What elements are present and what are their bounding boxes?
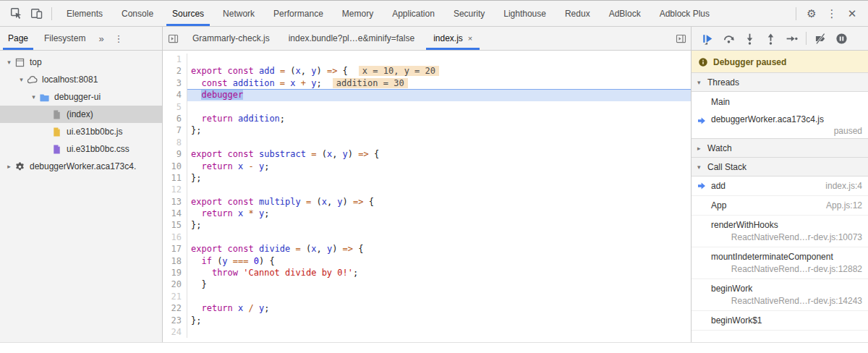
line-content[interactable]: debugger	[187, 89, 691, 101]
line-content[interactable]: throw 'Cannot divide by 0!';	[187, 267, 691, 278]
tree-expander-icon[interactable]: ▾	[4, 59, 14, 66]
tree-expander-icon[interactable]: ▾	[17, 76, 26, 83]
editor-tab-index-bundle-pl-e-minify-false[interactable]: index.bundle?pl…e&minify=false	[279, 27, 424, 50]
tree-item-localhost-8081[interactable]: ▾localhost:8081	[0, 71, 162, 88]
close-devtools-icon[interactable]: ✕	[842, 4, 862, 24]
line-number[interactable]: 10	[163, 161, 187, 172]
line-content[interactable]: };	[187, 315, 691, 326]
editor-tab-grammarly-check-js[interactable]: Grammarly-check.js	[183, 27, 279, 50]
tab-adblock[interactable]: AdBlock	[600, 1, 650, 26]
watch-section-header[interactable]: ▸ Watch	[692, 138, 868, 158]
line-content[interactable]: export const add = (x, y) => {x = 10, y …	[187, 65, 691, 77]
tab-application[interactable]: Application	[383, 1, 444, 26]
line-content[interactable]: };	[187, 124, 691, 136]
line-number[interactable]: 19	[163, 267, 187, 278]
line-number[interactable]: 18	[163, 255, 187, 267]
tree-item-ui-e31bb0bc-css[interactable]: ui.e31bb0bc.css	[0, 140, 162, 158]
tab-console[interactable]: Console	[112, 1, 163, 26]
line-content[interactable]: export const substract = (x, y) => {	[187, 148, 691, 160]
show-debugger-pane-icon[interactable]	[671, 28, 691, 48]
line-number[interactable]: 24	[163, 326, 187, 338]
tree-expander-icon[interactable]: ▾	[29, 93, 38, 101]
line-number[interactable]: 9	[163, 148, 187, 160]
line-number[interactable]: 7	[163, 124, 187, 136]
settings-gear-icon[interactable]: ⚙	[801, 4, 822, 24]
more-options-icon[interactable]: ⋮	[822, 4, 842, 24]
pause-on-exceptions-button[interactable]	[831, 28, 852, 48]
tab-redux[interactable]: Redux	[556, 1, 600, 26]
line-content[interactable]	[187, 54, 691, 65]
tree-item-debuggerworker-aca173c4[interactable]: ▸debuggerWorker.aca173c4.	[0, 158, 162, 175]
line-content[interactable]: if (y === 0) {	[187, 255, 691, 267]
line-content[interactable]: export const divide = (x, y) => {	[187, 243, 691, 255]
line-content[interactable]: return x / y;	[187, 302, 691, 314]
step-into-button[interactable]	[739, 28, 760, 48]
call-stack-frame-beginwork[interactable]: beginWorkReactNativeRend…r-dev.js:14243	[692, 279, 868, 311]
tab-sources[interactable]: Sources	[163, 1, 213, 26]
line-content[interactable]	[187, 137, 691, 148]
editor-tab-index-js[interactable]: index.js×	[424, 27, 482, 50]
step-out-button[interactable]	[760, 28, 781, 48]
line-content[interactable]	[187, 291, 691, 302]
call-stack-frame-mountindeterminatecomponent[interactable]: mountIndeterminateComponentReactNativeRe…	[692, 247, 868, 279]
tree-item-index[interactable]: (index)	[0, 106, 162, 123]
line-content[interactable]	[187, 184, 691, 195]
line-number[interactable]: 12	[163, 184, 187, 195]
device-toolbar-icon[interactable]	[26, 4, 46, 24]
source-editor[interactable]: 12export const add = (x, y) => {x = 10, …	[163, 51, 691, 342]
close-tab-icon[interactable]: ×	[468, 34, 472, 43]
tab-adblock-plus[interactable]: Adblock Plus	[650, 1, 719, 26]
tree-expander-collapsed-icon[interactable]: ▸	[4, 163, 14, 170]
line-content[interactable]: return x - y;	[187, 161, 691, 172]
navigator-tab-page[interactable]: Page	[0, 27, 36, 50]
navigator-tab-filesystem[interactable]: Filesystem	[36, 27, 93, 50]
line-number[interactable]: 23	[163, 315, 187, 326]
tab-network[interactable]: Network	[213, 1, 264, 26]
line-content[interactable]: const addition = x + y;addition = 30	[187, 77, 691, 89]
line-number[interactable]: 4	[163, 89, 187, 101]
thread-item-main[interactable]: Main	[692, 92, 868, 111]
threads-section-header[interactable]: ▾ Threads	[692, 72, 868, 92]
line-content[interactable]: export const multiply = (x, y) => {	[187, 196, 691, 208]
tab-performance[interactable]: Performance	[264, 1, 333, 26]
line-number[interactable]: 11	[163, 172, 187, 184]
tab-security[interactable]: Security	[444, 1, 494, 26]
tab-memory[interactable]: Memory	[333, 1, 383, 26]
hide-navigator-icon[interactable]	[163, 28, 183, 48]
line-number[interactable]: 13	[163, 196, 187, 208]
resume-button[interactable]	[697, 28, 718, 48]
line-content[interactable]: };	[187, 219, 691, 231]
line-number[interactable]: 20	[163, 278, 187, 290]
line-number[interactable]: 17	[163, 243, 187, 255]
line-content[interactable]	[187, 101, 691, 113]
step-over-button[interactable]	[718, 28, 739, 48]
line-number[interactable]: 1	[163, 54, 187, 65]
call-stack-frame-add[interactable]: addindex.js:4	[692, 176, 868, 196]
line-content[interactable]	[187, 326, 691, 338]
line-number[interactable]: 21	[163, 291, 187, 302]
tree-item-debugger-ui[interactable]: ▾debugger-ui	[0, 88, 162, 106]
inspect-element-icon[interactable]	[6, 4, 26, 24]
line-number[interactable]: 3	[163, 77, 187, 89]
line-number[interactable]: 22	[163, 302, 187, 314]
more-tabs-chevron-icon[interactable]: »	[93, 33, 109, 44]
tree-item-top[interactable]: ▾top	[0, 54, 162, 71]
line-number[interactable]: 14	[163, 208, 187, 219]
call-stack-frame-app[interactable]: AppApp.js:12	[692, 196, 868, 216]
step-button[interactable]	[781, 28, 802, 48]
navigator-menu-icon[interactable]: ⋮	[109, 33, 129, 44]
line-content[interactable]	[187, 231, 691, 243]
deactivate-breakpoints-button[interactable]	[810, 28, 831, 48]
call-stack-frame-renderwithhooks[interactable]: renderWithHooksReactNativeRend…r-dev.js:…	[692, 216, 868, 247]
line-content[interactable]: return x * y;	[187, 208, 691, 219]
line-number[interactable]: 2	[163, 65, 187, 77]
tree-item-ui-e31bb0bc-js[interactable]: ui.e31bb0bc.js	[0, 123, 162, 140]
line-content[interactable]: };	[187, 172, 691, 184]
line-content[interactable]: return addition;	[187, 113, 691, 124]
line-number[interactable]: 8	[163, 137, 187, 148]
line-number[interactable]: 16	[163, 231, 187, 243]
line-content[interactable]: }	[187, 278, 691, 290]
thread-item-debuggerworker-aca173c4-js[interactable]: debuggerWorker.aca173c4.jspaused	[692, 111, 868, 139]
line-number[interactable]: 6	[163, 113, 187, 124]
tab-elements[interactable]: Elements	[57, 1, 112, 26]
